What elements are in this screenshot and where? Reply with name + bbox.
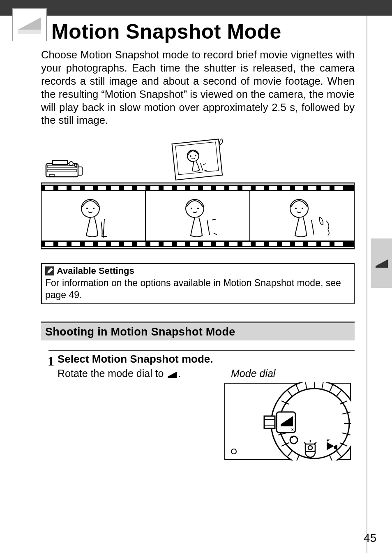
svg-rect-56 (242, 242, 251, 246)
svg-rect-36 (282, 186, 290, 190)
svg-rect-27 (164, 186, 172, 190)
note-body: For information on the options available… (45, 277, 350, 301)
step-number: 1 (48, 354, 54, 369)
side-thumb-tab (371, 238, 392, 288)
step-title: Select Motion Snapshot mode. (58, 353, 213, 366)
svg-rect-33 (242, 186, 251, 190)
svg-rect-61 (308, 242, 316, 246)
svg-rect-19 (58, 186, 67, 190)
svg-point-72 (290, 199, 308, 217)
svg-rect-18 (45, 186, 53, 190)
svg-rect-63 (334, 242, 343, 246)
svg-rect-45 (98, 242, 106, 246)
svg-rect-37 (295, 186, 303, 190)
section-heading: Shooting in Motion Snapshot Mode (41, 322, 355, 340)
svg-rect-103 (264, 416, 275, 428)
svg-rect-5 (53, 160, 67, 164)
svg-rect-41 (45, 242, 53, 246)
svg-rect-44 (85, 242, 93, 246)
svg-point-73 (295, 208, 297, 209)
illustration-group (41, 136, 355, 251)
svg-rect-8 (78, 167, 82, 175)
svg-rect-60 (295, 242, 303, 246)
header-bar (0, 0, 392, 16)
svg-rect-55 (229, 242, 238, 246)
svg-rect-53 (203, 242, 211, 246)
note-box: Available Settings For information on th… (41, 263, 355, 304)
svg-rect-48 (137, 242, 145, 246)
svg-point-71 (197, 208, 199, 209)
svg-rect-21 (85, 186, 93, 190)
svg-point-69 (186, 199, 204, 217)
step-body: Rotate the mode dial to . (58, 368, 181, 381)
svg-rect-42 (58, 242, 67, 246)
svg-rect-40 (334, 186, 343, 190)
filmstrip-illustration (41, 179, 355, 253)
svg-rect-23 (111, 186, 119, 190)
svg-marker-75 (168, 372, 177, 377)
svg-rect-32 (229, 186, 238, 190)
svg-rect-25 (137, 186, 145, 190)
step-body-before: Rotate the mode dial to (58, 368, 166, 379)
svg-point-68 (93, 208, 95, 209)
svg-rect-62 (321, 242, 330, 246)
figure-caption: Mode dial (231, 368, 275, 379)
svg-rect-110 (291, 437, 293, 438)
svg-rect-59 (282, 242, 290, 246)
svg-rect-57 (256, 242, 264, 246)
svg-point-7 (74, 164, 77, 167)
svg-point-66 (81, 199, 99, 217)
svg-point-6 (69, 162, 73, 166)
intro-paragraph: Choose Motion Snapshot mode to record br… (41, 49, 355, 127)
camera-illustration (45, 156, 84, 181)
section-heading-text: Shooting in Motion Snapshot Mode (45, 326, 235, 338)
pencil-icon (45, 266, 54, 275)
page-number: 45 (364, 532, 376, 545)
step-rule (48, 350, 355, 351)
svg-rect-20 (71, 186, 80, 190)
svg-rect-30 (203, 186, 211, 190)
photo-illustration (166, 136, 228, 185)
svg-rect-58 (269, 242, 277, 246)
svg-rect-46 (111, 242, 119, 246)
svg-rect-51 (177, 242, 185, 246)
svg-rect-22 (98, 186, 106, 190)
svg-rect-28 (177, 186, 185, 190)
svg-rect-43 (71, 242, 80, 246)
svg-rect-54 (216, 242, 224, 246)
svg-point-70 (191, 208, 192, 209)
svg-rect-47 (124, 242, 132, 246)
svg-rect-26 (150, 186, 159, 190)
svg-rect-49 (150, 242, 159, 246)
svg-rect-76 (168, 377, 177, 378)
svg-rect-38 (308, 186, 316, 190)
svg-rect-39 (321, 186, 330, 190)
svg-rect-31 (216, 186, 224, 190)
note-title-row: Available Settings (45, 266, 350, 276)
manual-page: Motion Snapshot Mode Choose Motion Snaps… (0, 0, 392, 553)
svg-rect-114 (376, 266, 388, 268)
page-title: Motion Snapshot Mode (51, 20, 281, 44)
step-body-after: . (178, 368, 181, 379)
motion-snapshot-glyph-icon (167, 369, 177, 381)
svg-marker-113 (376, 259, 388, 266)
svg-rect-52 (190, 242, 198, 246)
motion-snapshot-tab-icon (375, 258, 389, 268)
svg-rect-29 (190, 186, 198, 190)
note-title: Available Settings (57, 266, 134, 276)
svg-rect-34 (256, 186, 264, 190)
svg-rect-24 (124, 186, 132, 190)
svg-rect-107 (281, 424, 293, 426)
svg-point-74 (302, 208, 303, 209)
svg-rect-2 (46, 164, 78, 177)
svg-text:x: x (291, 427, 294, 432)
svg-point-67 (86, 208, 88, 209)
svg-rect-111 (305, 444, 315, 451)
svg-rect-50 (164, 242, 172, 246)
mode-dial-illustration: x (224, 382, 351, 460)
svg-rect-35 (269, 186, 277, 190)
